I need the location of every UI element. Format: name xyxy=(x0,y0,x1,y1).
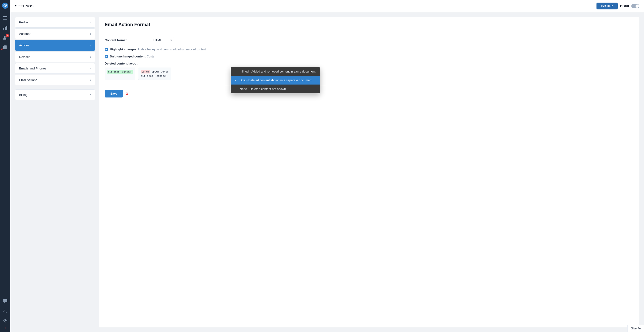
nav-label-account: Account xyxy=(19,32,30,36)
save-button[interactable]: Save xyxy=(105,90,123,98)
nav-item-actions[interactable]: Actions › xyxy=(15,40,95,51)
preview-removed-line2: sit amet, consec- xyxy=(141,74,169,78)
sidebar-icon-translate[interactable]: A 文 xyxy=(1,306,10,315)
external-link-icon: ↗ xyxy=(88,93,91,97)
chevron-icon-actions: › xyxy=(90,44,91,47)
svg-rect-11 xyxy=(3,46,4,49)
chevron-icon-emails-phones: › xyxy=(90,67,91,70)
highlight-changes-strong: Highlight changes xyxy=(110,48,136,51)
highlight-changes-row: Highlight changes Adds a background colo… xyxy=(105,48,634,51)
nav-item-error-actions[interactable]: Error Actions › xyxy=(15,75,95,85)
sidebar-bottom: A 文 1 xyxy=(1,297,10,330)
dropdown-item-inlined[interactable]: Inlined - Added and removed content in s… xyxy=(231,67,320,76)
snip-unchanged-row: Snip unchanged content Conte xyxy=(105,55,634,58)
svg-rect-5 xyxy=(3,28,4,30)
preview-area: sit amet, consec- Lorem ipsum dolor sit … xyxy=(105,68,634,80)
dropdown-label-none: None - Deleted content not shown xyxy=(240,87,286,91)
nav-item-account[interactable]: Account › xyxy=(15,29,95,39)
sidebar-badge-count: 2 xyxy=(6,34,9,37)
dropdown-item-none[interactable]: None - Deleted content not shown xyxy=(231,85,320,93)
preview-removed-highlight: Lorem xyxy=(141,70,150,74)
left-nav: Profile › Account › Actions › Devices › … xyxy=(15,17,95,327)
content-area: Profile › Account › Actions › Devices › … xyxy=(10,12,644,332)
dropdown-label-inlined: Inlined - Added and removed content in s… xyxy=(240,70,316,73)
panel-header: Email Action Format xyxy=(99,17,639,31)
sidebar-icon-chart[interactable] xyxy=(1,24,10,32)
distill-toggle[interactable] xyxy=(631,4,639,8)
preview-box-removed: Lorem ipsum dolor sit amet, consec- xyxy=(138,68,171,80)
svg-rect-4 xyxy=(3,19,7,20)
sidebar-icon-settings[interactable] xyxy=(1,316,10,325)
nav-label-emails-phones: Emails and Phones xyxy=(19,67,46,70)
sidebar-icon-users[interactable]: 2 xyxy=(1,34,10,42)
snip-unchanged-desc: Conte xyxy=(147,55,154,58)
panel-body: Content format HTML Plain Text ▼ Highlig… xyxy=(99,31,639,86)
nav-item-billing[interactable]: Billing ↗ xyxy=(15,90,95,100)
content-format-label: Content format xyxy=(105,38,147,42)
content-format-select-wrapper: HTML Plain Text ▼ xyxy=(151,37,174,43)
preview-box-added: sit amet, consec- xyxy=(105,68,135,80)
chevron-icon-devices: › xyxy=(90,55,91,59)
deleted-content-label: Deleted content layout xyxy=(105,62,634,65)
nav-label-error-actions: Error Actions xyxy=(19,78,37,82)
content-format-select[interactable]: HTML Plain Text xyxy=(151,37,174,43)
preview-added-line: sit amet, consec- xyxy=(107,70,133,74)
svg-rect-6 xyxy=(5,27,6,30)
nav-label-actions: Actions xyxy=(19,44,30,47)
step-number-3: 3 xyxy=(126,92,128,96)
save-area: Save 3 xyxy=(99,86,639,101)
highlight-changes-desc: Adds a background color to added or remo… xyxy=(138,48,206,51)
chevron-icon-error-actions: › xyxy=(90,78,91,82)
preview-removed-line1: Lorem ipsum dolor xyxy=(141,70,169,74)
main-wrapper: SETTINGS Get Help Distill Profile › Acco… xyxy=(10,0,644,332)
sidebar-step-2: 2 xyxy=(1,47,2,51)
nav-item-profile[interactable]: Profile › xyxy=(15,17,95,28)
chevron-icon-profile: › xyxy=(90,21,91,24)
sidebar-logo[interactable] xyxy=(2,2,8,9)
topbar: SETTINGS Get Help Distill xyxy=(10,0,644,12)
highlight-changes-checkbox[interactable] xyxy=(105,48,108,51)
nav-label-billing: Billing xyxy=(19,93,28,97)
svg-rect-3 xyxy=(3,18,7,18)
svg-point-14 xyxy=(5,320,6,321)
sidebar-icon-menu[interactable] xyxy=(1,14,10,22)
svg-rect-2 xyxy=(3,16,7,17)
page-title: SETTINGS xyxy=(15,4,594,8)
nav-label-devices: Devices xyxy=(19,55,30,59)
give-feedback-button[interactable]: Give Fe xyxy=(627,325,644,332)
snip-unchanged-checkbox[interactable] xyxy=(105,55,108,58)
snip-unchanged-strong: Snip unchanged content xyxy=(110,55,146,58)
distill-label: Distill xyxy=(620,4,629,8)
sidebar-icon-chat[interactable] xyxy=(1,297,10,305)
deleted-content-dropdown: Inlined - Added and removed content in s… xyxy=(231,67,320,93)
svg-point-8 xyxy=(4,36,6,38)
right-panel: Email Action Format Content format HTML … xyxy=(99,17,639,327)
nav-gap xyxy=(15,86,95,89)
svg-text:文: 文 xyxy=(5,310,7,313)
svg-rect-10 xyxy=(4,46,6,49)
nav-item-devices[interactable]: Devices › xyxy=(15,52,95,62)
deleted-content-section: Deleted content layout xyxy=(105,62,634,65)
chevron-icon-account: › xyxy=(90,32,91,36)
snip-unchanged-label: Snip unchanged content Conte xyxy=(110,55,154,58)
svg-rect-7 xyxy=(6,26,7,30)
dropdown-label-split: Split - Deleted content shown in a separ… xyxy=(240,78,312,82)
content-format-row: Content format HTML Plain Text ▼ xyxy=(105,37,634,43)
svg-point-1 xyxy=(4,6,6,7)
nav-item-emails-phones[interactable]: Emails and Phones › xyxy=(15,63,95,74)
highlight-changes-label: Highlight changes Adds a background colo… xyxy=(110,48,206,51)
topbar-right: Get Help Distill xyxy=(596,3,639,10)
dropdown-item-split[interactable]: ✓ Split - Deleted content shown in a sep… xyxy=(231,76,320,85)
nav-label-profile: Profile xyxy=(19,21,28,24)
dropdown-check-split: ✓ xyxy=(234,79,238,82)
get-help-button[interactable]: Get Help xyxy=(596,3,618,10)
sidebar-step-1: 1 xyxy=(4,327,6,330)
panel-title: Email Action Format xyxy=(105,22,634,27)
